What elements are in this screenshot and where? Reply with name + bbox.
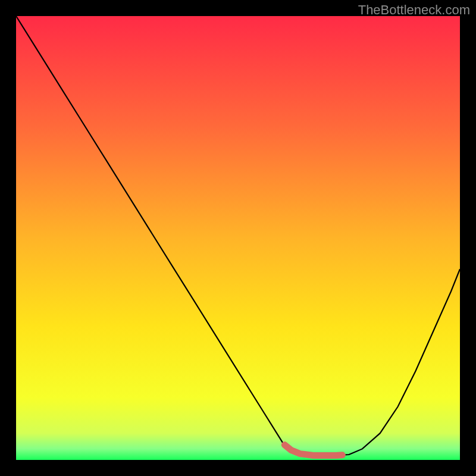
chart-svg (16, 16, 460, 460)
gradient-background (16, 16, 460, 460)
chart-plot-area (16, 16, 460, 460)
